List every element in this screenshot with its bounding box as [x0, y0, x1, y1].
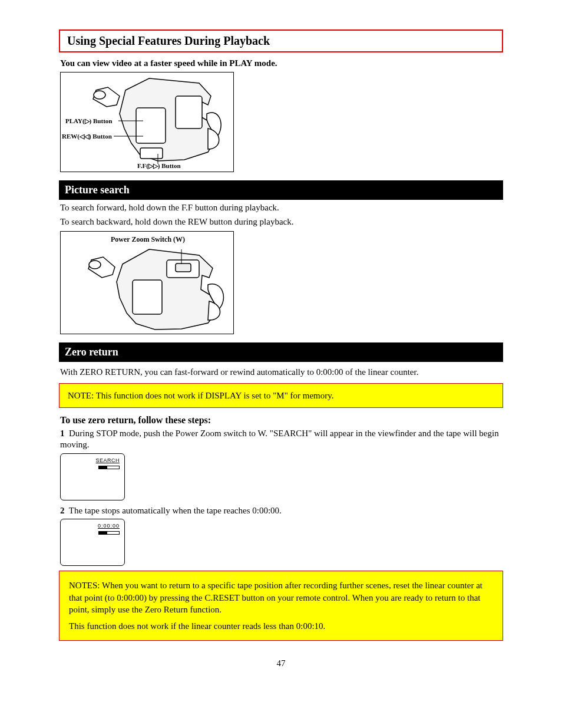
- figure-camcorder-zoom: Power Zoom Switch (W): [60, 231, 234, 334]
- viewfinder-search-label: SEARCH: [95, 457, 120, 463]
- section-title-box: Using Special Features During Playback: [59, 29, 503, 52]
- svg-point-7: [89, 261, 101, 269]
- note-display-m-text: NOTE: This function does not work if DIS…: [68, 391, 334, 400]
- viewfinder-search: SEARCH: [60, 453, 125, 500]
- ff-button-label: F.F(▷▷) Button: [137, 162, 181, 170]
- note-display-m: NOTE: This function does not work if DIS…: [59, 383, 503, 408]
- page-number: 47: [41, 658, 521, 668]
- note-creset: NOTES: When you want to return to a spec…: [59, 571, 503, 641]
- step-2-number: 2: [60, 506, 65, 515]
- step-1: 1 During STOP mode, push the Power Zoom …: [60, 428, 521, 451]
- picture-search-backward: To search backward, hold down the REW bu…: [60, 216, 521, 228]
- svg-rect-1: [136, 108, 166, 143]
- svg-rect-2: [140, 148, 163, 159]
- svg-rect-3: [176, 96, 202, 129]
- step-1-text: During STOP mode, push the Power Zoom sw…: [60, 429, 499, 450]
- section-title-text: Using Special Features During Playback: [67, 34, 270, 47]
- viewfinder-counter: 0:00:00: [60, 519, 125, 566]
- svg-rect-10: [176, 263, 191, 272]
- viewfinder-progress-bar-2: [98, 531, 120, 535]
- svg-rect-8: [133, 280, 162, 314]
- heading-zero-return: Zero return: [59, 342, 503, 362]
- svg-point-0: [94, 91, 105, 99]
- step-2: 2 The tape stops automatically when the …: [60, 505, 521, 517]
- play-button-label: PLAY(▷) Button: [65, 117, 112, 125]
- viewfinder-progress-fill-2: [99, 532, 107, 534]
- intro-line: You can view video at a faster speed whi…: [60, 58, 521, 68]
- figure-camcorder-buttons: PLAY(▷) Button REW(◁◁) Button F.F(▷▷) Bu…: [60, 72, 234, 172]
- note-creset-p1: NOTES: When you want to return to a spec…: [69, 579, 493, 615]
- rew-button-label: REW(◁◁) Button: [62, 133, 112, 140]
- heading-picture-search: Picture search: [59, 180, 503, 200]
- viewfinder-progress-fill-1: [99, 466, 107, 469]
- step-1-number: 1: [60, 429, 65, 438]
- zero-return-steps-heading: To use zero return, follow these steps:: [60, 415, 521, 426]
- picture-search-forward: To search forward, hold down the F.F but…: [60, 202, 521, 214]
- zero-return-intro: With ZERO RETURN, you can fast-forward o…: [60, 367, 521, 378]
- power-zoom-label: Power Zoom Switch (W): [111, 235, 185, 244]
- viewfinder-counter-label: 0:00:00: [98, 523, 120, 529]
- note-creset-p2: This function does not work if the linea…: [69, 620, 493, 632]
- camcorder-illustration-2: [61, 232, 234, 335]
- step-2-text: The tape stops automatically when the ta…: [69, 506, 282, 515]
- viewfinder-progress-bar-1: [98, 466, 120, 469]
